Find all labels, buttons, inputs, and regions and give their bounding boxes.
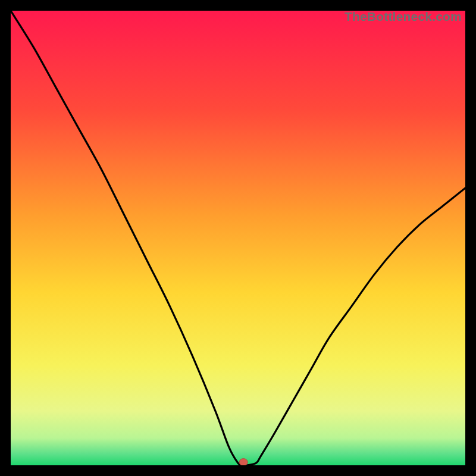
gradient-background	[11, 11, 465, 465]
bottleneck-chart	[11, 11, 465, 465]
chart-frame: TheBottleneck.com	[11, 11, 465, 465]
optimal-point-marker	[239, 459, 248, 465]
watermark-text: TheBottleneck.com	[345, 10, 462, 24]
